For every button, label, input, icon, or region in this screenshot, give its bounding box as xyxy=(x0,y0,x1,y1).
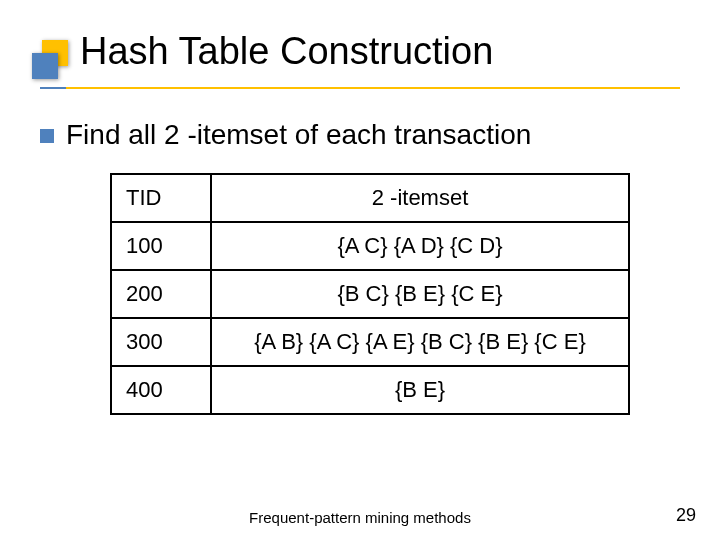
itemset-table: TID 2 -itemset 100 {A C} {A D} {C D} 200… xyxy=(110,173,630,415)
bullet-text: Find all 2 -itemset of each transaction xyxy=(66,119,531,151)
footer-text: Frequent-pattern mining methods xyxy=(0,509,720,526)
bullet-square-icon xyxy=(40,129,54,143)
cell-tid: 400 xyxy=(111,366,211,414)
cell-itemset: {A C} {A D} {C D} xyxy=(211,222,629,270)
header-tid: TID xyxy=(111,174,211,222)
cell-tid: 200 xyxy=(111,270,211,318)
page-number: 29 xyxy=(676,505,696,526)
title-block: Hash Table Construction xyxy=(0,0,720,81)
cell-itemset: {B E} xyxy=(211,366,629,414)
header-itemset: 2 -itemset xyxy=(211,174,629,222)
slide: Hash Table Construction Find all 2 -item… xyxy=(0,0,720,540)
table-row: 300 {A B} {A C} {A E} {B C} {B E} {C E} xyxy=(111,318,629,366)
table-wrap: TID 2 -itemset 100 {A C} {A D} {C D} 200… xyxy=(110,173,630,415)
table-row: 200 {B C} {B E} {C E} xyxy=(111,270,629,318)
bullet-row: Find all 2 -itemset of each transaction xyxy=(40,119,680,151)
cell-tid: 100 xyxy=(111,222,211,270)
decor-square-blue xyxy=(32,53,58,79)
cell-itemset: {A B} {A C} {A E} {B C} {B E} {C E} xyxy=(211,318,629,366)
slide-title: Hash Table Construction xyxy=(80,30,720,73)
table-row: 400 {B E} xyxy=(111,366,629,414)
table-row: 100 {A C} {A D} {C D} xyxy=(111,222,629,270)
cell-itemset: {B C} {B E} {C E} xyxy=(211,270,629,318)
table-header-row: TID 2 -itemset xyxy=(111,174,629,222)
cell-tid: 300 xyxy=(111,318,211,366)
slide-body: Find all 2 -itemset of each transaction … xyxy=(0,89,720,415)
